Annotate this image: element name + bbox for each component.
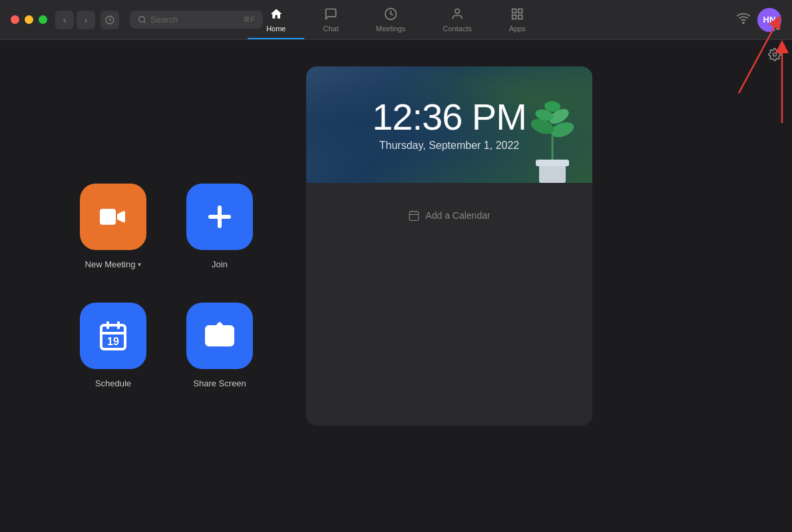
traffic-lights — [0, 15, 47, 24]
search-icon — [138, 15, 146, 24]
calendar-widget: 12:36 PM Thursday, September 1, 2022 — [306, 66, 592, 426]
join-button[interactable] — [186, 184, 253, 250]
svg-rect-5 — [512, 9, 516, 13]
avatar-online-dot — [775, 25, 781, 31]
tab-apps-label: Apps — [509, 25, 526, 33]
svg-point-9 — [743, 22, 744, 23]
back-button[interactable]: ‹ — [55, 11, 74, 29]
tab-home[interactable]: Home — [248, 0, 304, 39]
calendar-body: Add a Calendar — [306, 183, 592, 248]
calendar-header: 12:36 PM Thursday, September 1, 2022 — [306, 66, 592, 183]
tab-contacts-label: Contacts — [443, 25, 471, 33]
tab-apps[interactable]: Apps — [491, 0, 544, 39]
svg-text:19: 19 — [107, 336, 119, 347]
schedule-label: Schedule — [95, 378, 131, 388]
wifi-icon[interactable] — [736, 11, 751, 29]
chat-icon — [324, 7, 337, 23]
svg-point-1 — [139, 17, 145, 23]
home-icon — [270, 7, 283, 23]
meetings-icon — [384, 7, 397, 23]
nav-arrows: ‹ › — [55, 11, 95, 29]
contacts-icon — [451, 7, 464, 23]
tab-meetings-label: Meetings — [376, 25, 406, 33]
settings-icon[interactable] — [768, 48, 781, 65]
tab-chat-label: Chat — [323, 25, 338, 33]
svg-rect-23 — [536, 160, 569, 166]
share-screen-label: Share Screen — [193, 378, 246, 388]
schedule-icon: 19 — [97, 320, 129, 352]
clock-date: Thursday, September 1, 2022 — [372, 140, 526, 152]
svg-rect-30 — [410, 211, 419, 221]
svg-point-4 — [455, 9, 460, 13]
clock-display: 12:36 PM Thursday, September 1, 2022 — [372, 98, 526, 152]
svg-rect-7 — [518, 15, 522, 19]
maximize-button[interactable] — [39, 15, 47, 24]
join-item[interactable]: Join — [186, 184, 253, 269]
chevron-down-icon: ▾ — [138, 261, 141, 268]
share-screen-item[interactable]: Share Screen — [186, 303, 253, 388]
forward-button[interactable]: › — [77, 11, 95, 29]
history-button[interactable] — [100, 11, 119, 29]
plus-icon — [204, 201, 236, 233]
svg-rect-8 — [512, 15, 516, 19]
clock-time: 12:36 PM — [372, 98, 526, 136]
join-label: Join — [212, 259, 228, 269]
avatar-initials: HN — [763, 15, 776, 25]
action-grid: New Meeting ▾ Join — [80, 184, 253, 388]
svg-line-2 — [144, 21, 145, 23]
tab-chat[interactable]: Chat — [304, 0, 357, 39]
main-content: New Meeting ▾ Join — [0, 40, 792, 532]
add-calendar-button[interactable]: Add a Calendar — [408, 209, 490, 221]
nav-tabs: Home Chat Meetings — [248, 0, 544, 39]
apps-icon — [510, 7, 524, 23]
svg-point-10 — [773, 53, 777, 57]
share-screen-button[interactable] — [186, 303, 253, 369]
tab-meetings[interactable]: Meetings — [357, 0, 425, 39]
close-button[interactable] — [11, 15, 19, 24]
avatar[interactable]: HN — [757, 8, 781, 32]
svg-rect-6 — [518, 9, 522, 13]
tab-contacts[interactable]: Contacts — [424, 0, 490, 39]
schedule-item[interactable]: 19 Schedule — [80, 303, 146, 388]
minimize-button[interactable] — [25, 15, 33, 24]
search-bar[interactable]: Search ⌘F — [130, 11, 263, 29]
titlebar: ‹ › Search ⌘F Home — [0, 0, 792, 40]
search-placeholder: Search — [150, 15, 178, 25]
camera-icon — [97, 201, 129, 233]
add-calendar-label: Add a Calendar — [425, 210, 490, 221]
schedule-button[interactable]: 19 — [80, 303, 146, 369]
titlebar-right: HN — [736, 8, 792, 32]
plant-decoration — [526, 90, 579, 183]
share-screen-icon — [204, 320, 236, 352]
new-meeting-label: New Meeting ▾ — [85, 259, 142, 269]
new-meeting-item[interactable]: New Meeting ▾ — [80, 184, 146, 269]
calendar-add-icon — [408, 209, 420, 221]
tab-home-label: Home — [266, 25, 286, 33]
new-meeting-button[interactable] — [80, 184, 146, 250]
